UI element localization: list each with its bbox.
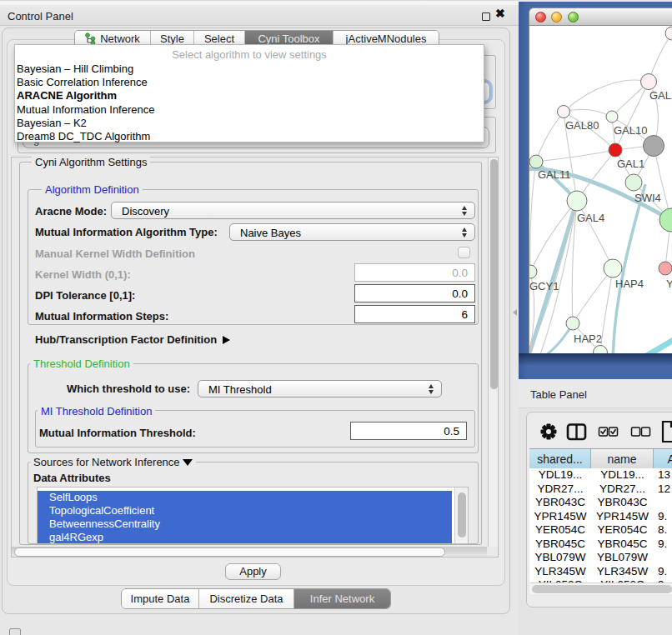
which-threshold-combobox[interactable]: MI Threshold bbox=[198, 380, 442, 398]
table-horizontal-scrollbar[interactable] bbox=[529, 582, 672, 594]
algorithm-option[interactable]: Basic Correlation Inference bbox=[15, 76, 484, 89]
attribute-item[interactable]: TopologicalCoefficient bbox=[38, 504, 452, 518]
data-attributes-label: Data Attributes bbox=[33, 472, 111, 484]
algorithm-option[interactable]: Mutual Information Inference bbox=[15, 103, 484, 117]
document-icon[interactable] bbox=[663, 422, 672, 442]
network-node-gal80[interactable] bbox=[558, 106, 570, 118]
scrollbar-thumb[interactable] bbox=[532, 585, 672, 593]
table-row[interactable]: YPR145WYPR145W9. bbox=[529, 510, 672, 524]
table-cell: YPR145W bbox=[591, 510, 654, 524]
window-zoom-button[interactable] bbox=[568, 12, 579, 22]
window-close-button[interactable] bbox=[535, 12, 546, 22]
table-cell: YBR045C bbox=[529, 538, 591, 552]
network-node-gal1[interactable] bbox=[609, 143, 622, 157]
settings-vertical-scrollbar[interactable] bbox=[488, 158, 498, 547]
combo-stepper-icon bbox=[429, 384, 434, 394]
network-node-hap2[interactable] bbox=[566, 317, 579, 330]
tab-infer-network[interactable]: Infer Network bbox=[294, 589, 390, 608]
table-row[interactable]: YBR043CYBR043C bbox=[529, 496, 672, 510]
network-node-y[interactable] bbox=[659, 262, 672, 275]
mini-window-icon[interactable] bbox=[9, 628, 21, 635]
column-header-name[interactable]: name bbox=[591, 449, 654, 468]
table-row[interactable]: YBR045CYBR045C9. bbox=[529, 538, 672, 552]
scrollbar-thumb[interactable] bbox=[458, 492, 466, 538]
scrollbar-thumb[interactable] bbox=[14, 548, 445, 557]
table-header: shared...nameAvera... bbox=[529, 448, 672, 468]
tab-impute-data[interactable]: Impute Data bbox=[122, 589, 199, 608]
aracne-mode-combobox[interactable]: Discovery bbox=[111, 202, 475, 219]
network-node-hap4[interactable] bbox=[604, 259, 622, 278]
algorithm-option[interactable]: Bayesian – Hill Climbing bbox=[15, 62, 484, 76]
node-label: GAL11 bbox=[538, 168, 571, 181]
table-row[interactable]: YDL19...YDL19...13 bbox=[529, 468, 672, 482]
apply-button[interactable]: Apply bbox=[225, 563, 281, 580]
table-cell: 8. bbox=[654, 523, 672, 538]
tab-discretize-data[interactable]: Discretize Data bbox=[199, 589, 294, 608]
network-node-gal4[interactable] bbox=[567, 191, 587, 211]
collapse-arrow-icon bbox=[183, 459, 193, 466]
attribute-item[interactable]: BetweennessCentrality bbox=[38, 518, 452, 531]
network-window-titlebar[interactable] bbox=[529, 8, 672, 26]
window-minimize-button[interactable] bbox=[551, 12, 562, 22]
tab-label: Cyni Toolbox bbox=[258, 32, 319, 45]
float-window-icon[interactable] bbox=[482, 12, 490, 21]
network-node-swi4[interactable] bbox=[625, 174, 642, 191]
mi-steps-field[interactable]: 6 bbox=[354, 305, 475, 323]
network-canvas[interactable]: GAL2GAL80GAL10GAL1GAL11SWI4GAL4GCY1HAP4Y… bbox=[529, 26, 672, 353]
scrollbar-thumb[interactable] bbox=[490, 159, 498, 389]
table-cell: YDL19... bbox=[529, 468, 591, 482]
kernel-width-value: 0.0 bbox=[452, 267, 468, 279]
network-node-gal10[interactable] bbox=[606, 111, 618, 122]
attribute-item[interactable]: SelfLoops bbox=[38, 491, 452, 504]
gear-icon[interactable] bbox=[541, 424, 557, 440]
column-header-shared[interactable]: shared... bbox=[529, 449, 591, 468]
table-row[interactable]: YER054CYER054C8. bbox=[529, 523, 672, 538]
threshold-definition-title: Threshold Definition bbox=[30, 358, 133, 370]
algorithm-option[interactable]: Dream8 DC_TDC Algorithm bbox=[15, 130, 484, 143]
sources-title[interactable]: Sources for Network Inference bbox=[30, 456, 196, 468]
node-table[interactable]: shared...nameAvera... YDL19...YDL19...13… bbox=[529, 448, 672, 594]
algorithm-option[interactable]: ARACNE Algorithm bbox=[15, 89, 484, 102]
mi-steps-value: 6 bbox=[461, 308, 468, 321]
table-cell: YDR27... bbox=[529, 482, 591, 497]
table-toolbar bbox=[526, 417, 672, 447]
deselect-all-checkboxes-icon[interactable] bbox=[632, 428, 650, 436]
network-node[interactable] bbox=[644, 136, 664, 157]
network-edge bbox=[536, 150, 615, 162]
table-panel-title: Table Panel bbox=[530, 388, 587, 401]
aracne-mode-value: Discovery bbox=[122, 204, 169, 217]
dpi-tolerance-field[interactable]: 0.0 bbox=[354, 284, 475, 302]
node-label: GAL80 bbox=[565, 119, 599, 132]
table-row[interactable]: YLR345WYLR345W9. bbox=[529, 565, 672, 579]
select-all-checkboxes-icon[interactable] bbox=[599, 428, 618, 436]
attribute-item[interactable]: gal4RGexp bbox=[38, 531, 452, 544]
mi-threshold-field[interactable]: 0.5 bbox=[350, 422, 467, 440]
close-icon[interactable]: ✖ bbox=[495, 7, 505, 20]
table-cell: YBL079W bbox=[529, 551, 591, 565]
manual-kernel-width-label: Manual Kernel Width Definition bbox=[35, 248, 195, 260]
network-graph: GAL2GAL80GAL10GAL1GAL11SWI4GAL4GCY1HAP4Y… bbox=[529, 26, 672, 353]
table-cell: YER054C bbox=[529, 523, 591, 538]
dpi-tolerance-label: DPI Tolerance [0,1]: bbox=[35, 289, 135, 302]
kernel-width-field[interactable]: 0.0 bbox=[354, 263, 475, 282]
manual-kernel-width-checkbox[interactable] bbox=[458, 247, 470, 258]
algorithm-option[interactable]: Bayesian – K2 bbox=[15, 117, 484, 130]
network-node[interactable] bbox=[659, 208, 672, 232]
column-header-avera[interactable]: Avera... bbox=[654, 449, 672, 468]
network-node-gal2[interactable] bbox=[641, 74, 657, 90]
split-view-icon[interactable] bbox=[568, 425, 585, 440]
table-row[interactable]: YBL079WYBL079W bbox=[529, 551, 672, 565]
data-attributes-list[interactable]: SelfLoopsTopologicalCoefficientBetweenne… bbox=[37, 487, 469, 544]
settings-horizontal-scrollbar[interactable] bbox=[12, 547, 487, 557]
table-row[interactable]: YDR27...YDR27...12 bbox=[529, 482, 672, 497]
splitter-collapse-icon[interactable] bbox=[513, 309, 517, 316]
node-label: GAL1 bbox=[617, 158, 644, 170]
network-node-gal11[interactable] bbox=[529, 155, 543, 168]
mi-algorithm-type-combobox[interactable]: Naive Bayes bbox=[229, 223, 475, 241]
mi-algorithm-type-value: Naive Bayes bbox=[240, 226, 301, 238]
list-vertical-scrollbar[interactable] bbox=[454, 488, 468, 543]
hub-transcription-label[interactable]: Hub/Transcription Factor Definition bbox=[35, 333, 230, 346]
network-node-gcy1[interactable] bbox=[529, 265, 537, 278]
table-cell: 12 bbox=[654, 482, 672, 497]
network-node[interactable] bbox=[665, 27, 672, 40]
